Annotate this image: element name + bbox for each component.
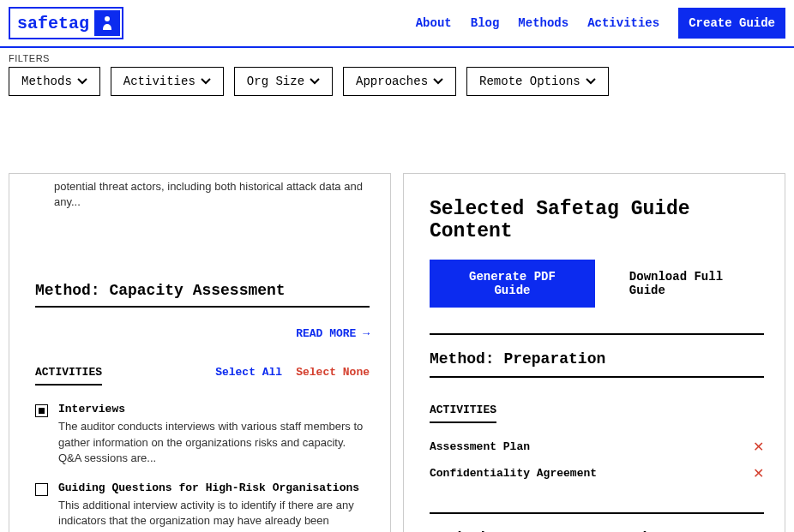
activity-checkbox[interactable] bbox=[35, 483, 48, 496]
read-more-link[interactable]: READ MORE → bbox=[296, 327, 370, 340]
filter-methods[interactable]: Methods bbox=[9, 67, 100, 96]
selected-activity-row: Confidentiality Agreement ✕ bbox=[430, 460, 764, 487]
selected-guide-title: Selected Safetag Guide Content bbox=[430, 174, 764, 260]
filter-activities[interactable]: Activities bbox=[111, 67, 224, 96]
generate-pdf-button[interactable]: Generate PDF Guide bbox=[430, 260, 595, 308]
filter-remote[interactable]: Remote Options bbox=[466, 67, 609, 96]
main: potential threat actors, including both … bbox=[0, 173, 794, 532]
selected-activity-name: Assessment Plan bbox=[430, 440, 530, 453]
activity-item: Interviews The auditor conducts intervie… bbox=[35, 391, 370, 469]
activity-checkbox[interactable] bbox=[35, 404, 48, 417]
selected-activity-name: Confidentiality Agreement bbox=[430, 467, 597, 480]
threat-snippet: potential threat actors, including both … bbox=[54, 174, 370, 218]
lock-person-icon bbox=[94, 10, 120, 36]
selected-activities-label: ACTIVITIES bbox=[430, 378, 496, 423]
download-full-link[interactable]: Download Full Guide bbox=[629, 270, 764, 297]
logo[interactable]: safetag bbox=[9, 7, 123, 39]
selected-method-title: Method: Preparation bbox=[430, 333, 764, 378]
header: safetag About Blog Methods Activities Cr… bbox=[0, 0, 794, 48]
activity-item: Guiding Questions for High-Risk Organisa… bbox=[35, 469, 370, 532]
activities-header-row: ACTIVITIES Select All Select None bbox=[35, 366, 370, 391]
nav-methods[interactable]: Methods bbox=[518, 16, 568, 30]
filters-label: FILTERS bbox=[0, 48, 794, 67]
filters-row: Methods Activities Org Size Approaches R… bbox=[0, 67, 794, 105]
chevron-down-icon bbox=[586, 75, 596, 88]
chevron-down-icon bbox=[433, 75, 443, 88]
left-panel: potential threat actors, including both … bbox=[9, 173, 391, 532]
selected-method-title: Method: Context Research bbox=[430, 512, 764, 532]
activity-title: Guiding Questions for High-Risk Organisa… bbox=[58, 481, 370, 494]
create-guide-button[interactable]: Create Guide bbox=[678, 8, 785, 39]
filter-approaches[interactable]: Approaches bbox=[343, 67, 456, 96]
chevron-down-icon bbox=[77, 75, 87, 88]
method-title: Method: Capacity Assessment bbox=[35, 265, 370, 308]
select-all-link[interactable]: Select All bbox=[215, 366, 282, 379]
chevron-down-icon bbox=[201, 75, 211, 88]
nav-about[interactable]: About bbox=[416, 16, 452, 30]
remove-icon[interactable]: ✕ bbox=[753, 439, 764, 455]
nav: About Blog Methods Activities Create Gui… bbox=[416, 8, 785, 39]
selected-activity-row: Assessment Plan ✕ bbox=[430, 433, 764, 460]
chevron-down-icon bbox=[310, 75, 320, 88]
logo-text: safetag bbox=[12, 14, 94, 33]
right-scroll[interactable]: Selected Safetag Guide Content Generate … bbox=[404, 174, 785, 532]
remove-icon[interactable]: ✕ bbox=[753, 465, 764, 481]
activity-title: Interviews bbox=[58, 403, 370, 415]
svg-point-0 bbox=[105, 16, 110, 21]
nav-blog[interactable]: Blog bbox=[471, 16, 500, 30]
guide-actions: Generate PDF Guide Download Full Guide bbox=[430, 260, 764, 333]
activity-desc: The auditor conducts interviews with var… bbox=[58, 419, 370, 466]
activity-desc: This additional interview activity is to… bbox=[58, 498, 370, 532]
nav-activities[interactable]: Activities bbox=[587, 16, 659, 30]
right-panel: Selected Safetag Guide Content Generate … bbox=[403, 173, 785, 532]
filter-orgsize[interactable]: Org Size bbox=[234, 67, 333, 96]
left-scroll[interactable]: potential threat actors, including both … bbox=[9, 174, 390, 532]
activities-label: ACTIVITIES bbox=[35, 366, 102, 386]
select-none-link[interactable]: Select None bbox=[296, 366, 370, 379]
